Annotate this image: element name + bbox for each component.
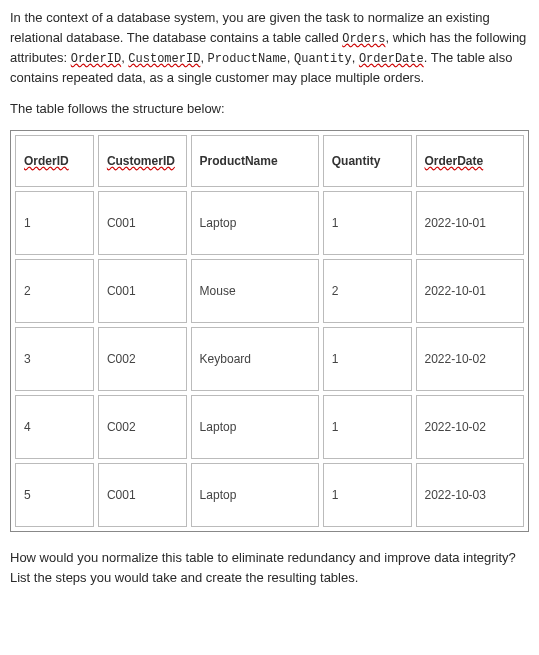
cell-productname: Mouse <box>191 259 319 323</box>
cell-orderdate: 2022-10-02 <box>416 395 524 459</box>
orders-table: OrderID CustomerID ProductName Quantity … <box>11 131 528 531</box>
attr-orderid: OrderID <box>71 52 121 66</box>
cell-orderid: 4 <box>15 395 94 459</box>
cell-orderid: 5 <box>15 463 94 527</box>
col-productname: ProductName <box>191 135 319 187</box>
sep: , <box>200 50 207 65</box>
table-row: 5 C001 Laptop 1 2022-10-03 <box>15 463 524 527</box>
cell-customerid: C002 <box>98 395 187 459</box>
cell-quantity: 2 <box>323 259 412 323</box>
cell-customerid: C001 <box>98 191 187 255</box>
cell-quantity: 1 <box>323 395 412 459</box>
col-orderid: OrderID <box>15 135 94 187</box>
cell-quantity: 1 <box>323 463 412 527</box>
cell-orderdate: 2022-10-03 <box>416 463 524 527</box>
col-orderdate: OrderDate <box>416 135 524 187</box>
sep: , <box>352 50 359 65</box>
cell-customerid: C002 <box>98 327 187 391</box>
structure-line: The table follows the structure below: <box>10 101 529 116</box>
sep: , <box>287 50 294 65</box>
cell-productname: Laptop <box>191 395 319 459</box>
cell-productname: Laptop <box>191 191 319 255</box>
col-customerid: CustomerID <box>98 135 187 187</box>
cell-orderid: 3 <box>15 327 94 391</box>
table-row: 2 C001 Mouse 2 2022-10-01 <box>15 259 524 323</box>
table-row: 3 C002 Keyboard 1 2022-10-02 <box>15 327 524 391</box>
table-name-code: Orders <box>342 32 385 46</box>
cell-orderid: 1 <box>15 191 94 255</box>
table-row: 1 C001 Laptop 1 2022-10-01 <box>15 191 524 255</box>
cell-orderid: 2 <box>15 259 94 323</box>
table-header-row: OrderID CustomerID ProductName Quantity … <box>15 135 524 187</box>
cell-customerid: C001 <box>98 259 187 323</box>
cell-quantity: 1 <box>323 327 412 391</box>
question-text: How would you normalize this table to el… <box>10 548 529 587</box>
cell-orderdate: 2022-10-02 <box>416 327 524 391</box>
cell-quantity: 1 <box>323 191 412 255</box>
cell-productname: Keyboard <box>191 327 319 391</box>
cell-customerid: C001 <box>98 463 187 527</box>
attr-quantity: Quantity <box>294 52 352 66</box>
cell-orderdate: 2022-10-01 <box>416 191 524 255</box>
cell-productname: Laptop <box>191 463 319 527</box>
orders-table-container: OrderID CustomerID ProductName Quantity … <box>10 130 529 532</box>
table-row: 4 C002 Laptop 1 2022-10-02 <box>15 395 524 459</box>
intro-paragraph: In the context of a database system, you… <box>10 8 529 87</box>
attr-productname: ProductName <box>208 52 287 66</box>
cell-orderdate: 2022-10-01 <box>416 259 524 323</box>
attr-orderdate: OrderDate <box>359 52 424 66</box>
attr-customerid: CustomerID <box>128 52 200 66</box>
col-quantity: Quantity <box>323 135 412 187</box>
